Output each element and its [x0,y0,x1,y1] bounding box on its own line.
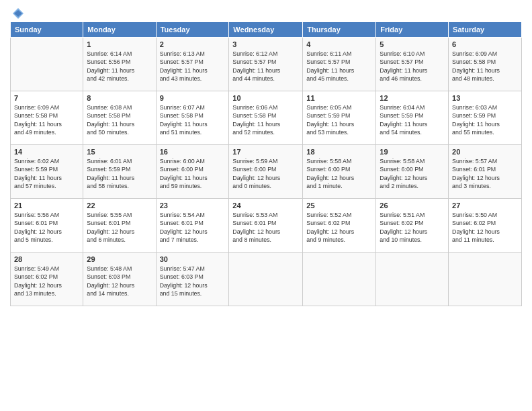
calendar-cell: 20Sunrise: 5:57 AMSunset: 6:01 PMDayligh… [449,145,522,199]
day-info: Sunrise: 5:48 AMSunset: 6:03 PMDaylight:… [87,265,152,298]
day-info: Sunrise: 6:03 AMSunset: 5:59 PMDaylight:… [452,103,518,136]
day-number: 16 [160,148,226,156]
day-number: 23 [160,201,226,210]
day-number: 1 [87,40,152,48]
calendar-cell [11,38,83,91]
calendar-cell: 26Sunrise: 5:51 AMSunset: 6:02 PMDayligh… [376,199,449,253]
calendar-cell: 28Sunrise: 5:49 AMSunset: 6:02 PMDayligh… [11,253,83,306]
calendar-cell: 1Sunrise: 6:14 AMSunset: 5:56 PMDaylight… [83,38,156,91]
calendar-cell: 7Sunrise: 6:09 AMSunset: 5:58 PMDaylight… [11,91,83,145]
day-info: Sunrise: 6:07 AMSunset: 5:58 PMDaylight:… [160,103,226,136]
day-info: Sunrise: 6:02 AMSunset: 5:59 PMDaylight:… [14,157,79,190]
calendar-cell: 3Sunrise: 6:12 AMSunset: 5:57 PMDaylight… [229,38,303,91]
calendar-cell: 4Sunrise: 6:11 AMSunset: 5:57 PMDaylight… [303,38,376,91]
weekday-header-saturday: Saturday [449,22,522,38]
day-number: 11 [306,94,372,102]
day-number: 3 [232,40,299,48]
day-number: 7 [14,94,79,102]
week-row-4: 21Sunrise: 5:56 AMSunset: 6:01 PMDayligh… [11,199,522,253]
day-number: 2 [160,40,226,48]
calendar-cell: 2Sunrise: 6:13 AMSunset: 5:57 PMDaylight… [156,38,229,91]
calendar-cell: 23Sunrise: 5:54 AMSunset: 6:01 PMDayligh… [156,199,229,253]
day-info: Sunrise: 6:08 AMSunset: 5:58 PMDaylight:… [87,103,152,136]
weekday-header-sunday: Sunday [11,22,83,38]
day-info: Sunrise: 6:10 AMSunset: 5:57 PMDaylight:… [380,50,445,83]
day-number: 27 [452,201,518,210]
calendar-cell: 11Sunrise: 6:05 AMSunset: 5:59 PMDayligh… [303,91,376,145]
day-number: 15 [87,148,152,156]
logo-icon [11,7,25,20]
day-number: 28 [14,255,79,263]
day-info: Sunrise: 6:04 AMSunset: 5:59 PMDaylight:… [380,103,445,136]
weekday-header-friday: Friday [376,22,449,38]
day-info: Sunrise: 5:49 AMSunset: 6:02 PMDaylight:… [14,265,79,298]
calendar-cell: 12Sunrise: 6:04 AMSunset: 5:59 PMDayligh… [376,91,449,145]
day-number: 9 [160,94,226,102]
weekday-header-wednesday: Wednesday [229,22,303,38]
day-info: Sunrise: 5:50 AMSunset: 6:02 PMDaylight:… [452,211,518,244]
calendar-cell: 14Sunrise: 6:02 AMSunset: 5:59 PMDayligh… [11,145,83,199]
calendar-cell [376,253,449,306]
weekday-header-row: SundayMondayTuesdayWednesdayThursdayFrid… [11,22,522,38]
day-number: 30 [160,255,226,263]
day-number: 5 [380,40,445,48]
day-info: Sunrise: 5:54 AMSunset: 6:01 PMDaylight:… [160,211,226,244]
day-number: 13 [452,94,518,102]
calendar-cell: 8Sunrise: 6:08 AMSunset: 5:58 PMDaylight… [83,91,156,145]
calendar-cell: 18Sunrise: 5:58 AMSunset: 6:00 PMDayligh… [303,145,376,199]
page: SundayMondayTuesdayWednesdayThursdayFrid… [0,0,532,411]
week-row-3: 14Sunrise: 6:02 AMSunset: 5:59 PMDayligh… [11,145,522,199]
calendar-cell: 16Sunrise: 6:00 AMSunset: 6:00 PMDayligh… [156,145,229,199]
calendar-cell: 30Sunrise: 5:47 AMSunset: 6:03 PMDayligh… [156,253,229,306]
day-info: Sunrise: 6:05 AMSunset: 5:59 PMDaylight:… [306,103,372,136]
weekday-header-tuesday: Tuesday [156,22,229,38]
header [10,7,522,17]
day-info: Sunrise: 6:11 AMSunset: 5:57 PMDaylight:… [306,50,372,83]
logo [10,7,25,20]
day-number: 17 [232,148,299,156]
calendar-cell: 21Sunrise: 5:56 AMSunset: 6:01 PMDayligh… [11,199,83,253]
day-info: Sunrise: 6:14 AMSunset: 5:56 PMDaylight:… [87,50,152,83]
day-info: Sunrise: 6:12 AMSunset: 5:57 PMDaylight:… [232,50,299,83]
calendar-cell: 27Sunrise: 5:50 AMSunset: 6:02 PMDayligh… [449,199,522,253]
day-number: 26 [380,201,445,210]
day-number: 4 [306,40,372,48]
day-info: Sunrise: 5:58 AMSunset: 6:00 PMDaylight:… [380,157,445,190]
calendar-cell [229,253,303,306]
calendar-cell: 19Sunrise: 5:58 AMSunset: 6:00 PMDayligh… [376,145,449,199]
day-info: Sunrise: 6:13 AMSunset: 5:57 PMDaylight:… [160,50,226,83]
calendar-cell: 9Sunrise: 6:07 AMSunset: 5:58 PMDaylight… [156,91,229,145]
day-info: Sunrise: 5:56 AMSunset: 6:01 PMDaylight:… [14,211,79,244]
logo-area [10,7,25,17]
day-info: Sunrise: 6:09 AMSunset: 5:58 PMDaylight:… [452,50,518,83]
calendar-cell [449,253,522,306]
day-info: Sunrise: 5:59 AMSunset: 6:00 PMDaylight:… [232,157,299,190]
day-info: Sunrise: 5:51 AMSunset: 6:02 PMDaylight:… [380,211,445,244]
week-row-2: 7Sunrise: 6:09 AMSunset: 5:58 PMDaylight… [11,91,522,145]
day-info: Sunrise: 5:57 AMSunset: 6:01 PMDaylight:… [452,157,518,190]
day-info: Sunrise: 5:53 AMSunset: 6:01 PMDaylight:… [232,211,299,244]
calendar-cell: 24Sunrise: 5:53 AMSunset: 6:01 PMDayligh… [229,199,303,253]
day-number: 8 [87,94,152,102]
day-info: Sunrise: 6:09 AMSunset: 5:58 PMDaylight:… [14,103,79,136]
calendar-table: SundayMondayTuesdayWednesdayThursdayFrid… [10,21,522,306]
calendar-cell [303,253,376,306]
calendar-cell: 5Sunrise: 6:10 AMSunset: 5:57 PMDaylight… [376,38,449,91]
day-number: 22 [87,201,152,210]
day-number: 14 [14,148,79,156]
day-info: Sunrise: 6:01 AMSunset: 5:59 PMDaylight:… [87,157,152,190]
day-number: 18 [306,148,372,156]
calendar-cell: 17Sunrise: 5:59 AMSunset: 6:00 PMDayligh… [229,145,303,199]
day-number: 24 [232,201,299,210]
day-number: 20 [452,148,518,156]
day-info: Sunrise: 5:55 AMSunset: 6:01 PMDaylight:… [87,211,152,244]
day-info: Sunrise: 5:47 AMSunset: 6:03 PMDaylight:… [160,265,226,298]
calendar-cell: 10Sunrise: 6:06 AMSunset: 5:58 PMDayligh… [229,91,303,145]
week-row-5: 28Sunrise: 5:49 AMSunset: 6:02 PMDayligh… [11,253,522,306]
day-info: Sunrise: 5:58 AMSunset: 6:00 PMDaylight:… [306,157,372,190]
day-number: 19 [380,148,445,156]
day-number: 10 [232,94,299,102]
day-number: 21 [14,201,79,210]
weekday-header-thursday: Thursday [303,22,376,38]
day-number: 12 [380,94,445,102]
